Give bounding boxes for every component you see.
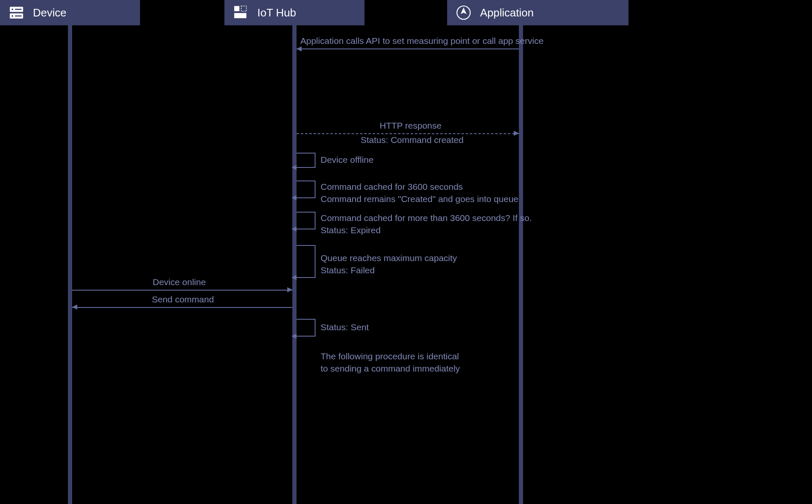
self2-line1: Command cached for 3600 seconds — [321, 181, 518, 193]
svg-point-3 — [11, 15, 13, 17]
msg-http-response-label: HTTP response — [380, 121, 442, 131]
note-following-procedure: The following procedure is identical to … — [321, 350, 460, 375]
note-line1: The following procedure is identical — [321, 350, 460, 362]
application-icon — [455, 4, 472, 22]
actor-application-label: Application — [480, 6, 534, 19]
self-msg-queue-full — [297, 245, 316, 278]
svg-rect-6 — [234, 6, 239, 11]
svg-rect-5 — [15, 16, 22, 17]
lifeline-application — [519, 25, 523, 504]
self4-line2: Status: Failed — [321, 264, 457, 276]
self-msg-expired-label: Command cached for more than 3600 second… — [321, 212, 532, 237]
self2-line2: Command remains "Created" and goes into … — [321, 193, 518, 205]
arrow-app-to-iot — [297, 49, 519, 49]
arrow-send-command — [72, 307, 292, 308]
svg-point-2 — [11, 8, 13, 10]
arrow-http-response — [297, 133, 519, 134]
self3-line1: Command cached for more than 3600 second… — [321, 212, 532, 224]
self-msg-cached-3600 — [297, 181, 316, 198]
msg-send-command: Send command — [152, 294, 214, 305]
iot-hub-icon — [232, 4, 250, 22]
msg-device-online: Device online — [153, 277, 206, 287]
self-msg-cached-3600-label: Command cached for 3600 seconds Command … — [321, 181, 518, 205]
lifeline-iot-hub — [292, 25, 297, 504]
svg-rect-7 — [241, 6, 246, 11]
msg-status-command-created: Status: Command created — [361, 135, 464, 145]
server-icon — [8, 4, 25, 22]
self-msg-status-sent — [297, 319, 316, 337]
arrow-device-online — [72, 290, 292, 291]
lifeline-device — [68, 25, 72, 504]
svg-rect-4 — [15, 9, 22, 10]
svg-rect-8 — [234, 13, 246, 18]
note-line2: to sending a command immediately — [321, 362, 460, 375]
actor-iot-hub: IoT Hub — [224, 0, 364, 25]
arrow-head-m2 — [514, 131, 519, 136]
actor-device-label: Device — [33, 6, 66, 19]
self4-line1: Queue reaches maximum capacity — [321, 252, 457, 264]
actor-device: Device — [0, 0, 140, 25]
msg-app-calls-api: Application calls API to set measuring p… — [300, 36, 544, 46]
arrow-head-m4 — [72, 305, 77, 310]
self-msg-device-offline — [297, 153, 316, 168]
actor-application: Application — [447, 0, 629, 25]
actor-iot-hub-label: IoT Hub — [257, 6, 296, 19]
self-msg-status-sent-label: Status: Sent — [321, 322, 369, 332]
arrow-head-m3 — [287, 287, 292, 292]
self-msg-expired — [297, 212, 316, 229]
self-msg-queue-full-label: Queue reaches maximum capacity Status: F… — [321, 252, 457, 277]
arrow-head-m1 — [297, 46, 302, 51]
self-msg-device-offline-label: Device offline — [321, 155, 374, 165]
self3-line2: Status: Expired — [321, 224, 532, 236]
